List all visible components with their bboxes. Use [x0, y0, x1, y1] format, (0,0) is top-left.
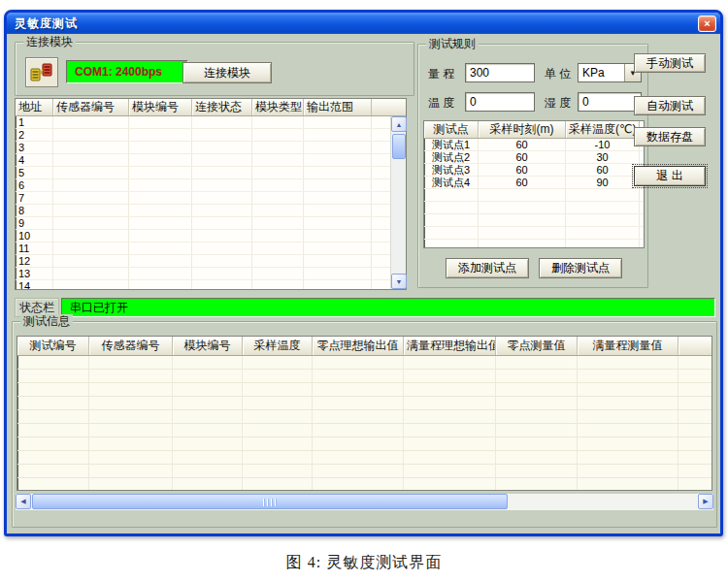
- table-cell: [173, 451, 243, 464]
- table-row[interactable]: [17, 383, 711, 397]
- table-row[interactable]: 8: [16, 205, 406, 217]
- table-cell: [578, 383, 678, 396]
- table-row[interactable]: 14: [16, 280, 406, 290]
- table-row[interactable]: 2: [16, 129, 406, 142]
- table-row[interactable]: 6: [16, 179, 406, 192]
- table-cell: [53, 129, 129, 141]
- column-header[interactable]: 模块编号: [129, 99, 192, 115]
- table-cell: 2: [16, 129, 53, 141]
- table-cell: [252, 230, 304, 242]
- table-body: 测试点160-10测试点26030测试点36060测试点46090: [424, 139, 644, 248]
- humidity-input[interactable]: [578, 92, 642, 112]
- table-cell: [404, 356, 496, 369]
- table-cell: [313, 451, 404, 464]
- table-row[interactable]: [17, 370, 711, 383]
- table-row[interactable]: 测试点46090: [424, 177, 644, 189]
- table-row[interactable]: [17, 451, 711, 465]
- table-cell: [192, 230, 252, 242]
- titlebar[interactable]: 灵敏度测试 ×: [7, 13, 720, 34]
- scroll-right-icon[interactable]: ▶: [698, 494, 713, 509]
- table-body: 1234567891011121314: [16, 116, 406, 290]
- table-cell: [496, 410, 578, 423]
- table-cell: [89, 465, 173, 477]
- table-cell: [252, 142, 304, 153]
- table-cell: [252, 167, 304, 178]
- test-rules-group: 测试规则 量 程 单 位 KPa ▼ 温 度 湿 度 测试点采样时刻(m)采样温…: [417, 44, 648, 288]
- column-header[interactable]: 模块编号: [173, 337, 243, 355]
- table-row[interactable]: [17, 465, 711, 478]
- table-row[interactable]: 11: [16, 242, 406, 255]
- remove-test-point-button[interactable]: 删除测试点: [539, 258, 622, 278]
- save-data-button[interactable]: 数据存盘: [634, 127, 706, 146]
- column-header[interactable]: 满量程测量值: [578, 337, 678, 355]
- column-header[interactable]: 采样温度: [243, 337, 313, 355]
- table-row[interactable]: [424, 227, 644, 240]
- column-header[interactable]: 测试编号: [17, 337, 89, 355]
- column-header[interactable]: 连接状态: [192, 99, 252, 115]
- table-row[interactable]: 7: [16, 192, 406, 205]
- table-cell: [17, 356, 89, 369]
- column-header[interactable]: 采样温度(℃): [566, 121, 640, 138]
- table-row[interactable]: [424, 202, 644, 214]
- table-row[interactable]: 12: [16, 255, 406, 268]
- column-header[interactable]: 零点测量值: [496, 337, 578, 355]
- table-row[interactable]: 1: [16, 116, 406, 129]
- table-row[interactable]: [17, 356, 711, 370]
- hscroll-thumb[interactable]: [32, 494, 508, 509]
- table-row[interactable]: [17, 437, 711, 451]
- test-info-hscrollbar[interactable]: ◀ ▶: [16, 494, 713, 510]
- table-row[interactable]: [424, 240, 644, 248]
- column-header[interactable]: 满量程理想输出值: [404, 337, 496, 355]
- unit-dropdown[interactable]: KPa ▼: [578, 63, 642, 82]
- module-connect-icon[interactable]: [25, 57, 58, 87]
- manual-test-button[interactable]: 手动测试: [634, 53, 706, 73]
- table-cell: [304, 230, 372, 242]
- column-header[interactable]: 测试点: [424, 121, 479, 138]
- table-row[interactable]: 3: [16, 142, 406, 154]
- column-header[interactable]: 零: [678, 337, 712, 355]
- column-header[interactable]: 零点理想输出值: [313, 337, 404, 355]
- table-cell: [313, 383, 404, 396]
- vscroll-thumb[interactable]: [392, 134, 406, 159]
- table-cell: [404, 451, 496, 464]
- connect-module-button[interactable]: 连接模块: [182, 62, 272, 83]
- scroll-up-icon[interactable]: ▲: [391, 116, 407, 132]
- table-row[interactable]: 5: [16, 167, 406, 179]
- table-cell: [129, 217, 192, 229]
- table-row[interactable]: 测试点160-10: [424, 139, 644, 151]
- table-row[interactable]: [424, 214, 644, 227]
- column-header[interactable]: 地址: [16, 99, 53, 115]
- table-row[interactable]: [17, 424, 711, 437]
- column-header[interactable]: 模块类型: [252, 99, 304, 115]
- table-row[interactable]: 9: [16, 217, 406, 230]
- temperature-input[interactable]: [465, 92, 535, 112]
- module-table-vscrollbar[interactable]: ▲ ▼: [390, 116, 406, 289]
- table-cell: [496, 370, 578, 382]
- column-header[interactable]: 采样时刻(m): [479, 121, 566, 138]
- table-cell: [424, 189, 479, 201]
- table-cell: [313, 424, 404, 436]
- table-row[interactable]: [17, 478, 711, 491]
- column-header[interactable]: 输出范围: [304, 99, 372, 115]
- auto-test-button[interactable]: 自动测试: [634, 96, 706, 115]
- table-cell: 8: [16, 205, 53, 216]
- column-header[interactable]: 传感器编号: [89, 337, 173, 355]
- table-cell: [479, 202, 566, 213]
- table-row[interactable]: 测试点26030: [424, 151, 644, 164]
- add-test-point-button[interactable]: 添加测试点: [446, 258, 529, 278]
- table-row[interactable]: 4: [16, 154, 406, 167]
- table-row[interactable]: [17, 397, 711, 410]
- table-row[interactable]: [424, 189, 644, 202]
- scroll-left-icon[interactable]: ◀: [16, 494, 31, 509]
- table-row[interactable]: [17, 410, 711, 424]
- column-header[interactable]: 传感器编号: [53, 99, 129, 115]
- scroll-down-icon[interactable]: ▼: [391, 274, 407, 289]
- test-points-table: 测试点采样时刻(m)采样温度(℃)测试点160-10测试点26030测试点360…: [423, 120, 645, 248]
- table-row[interactable]: 13: [16, 268, 406, 280]
- exit-button[interactable]: 退 出: [634, 166, 706, 186]
- close-icon[interactable]: ×: [698, 16, 716, 32]
- range-input[interactable]: [465, 63, 535, 82]
- table-row[interactable]: 10: [16, 230, 406, 242]
- table-row[interactable]: 测试点36060: [424, 164, 644, 177]
- test-rules-group-label: 测试规则: [426, 37, 479, 50]
